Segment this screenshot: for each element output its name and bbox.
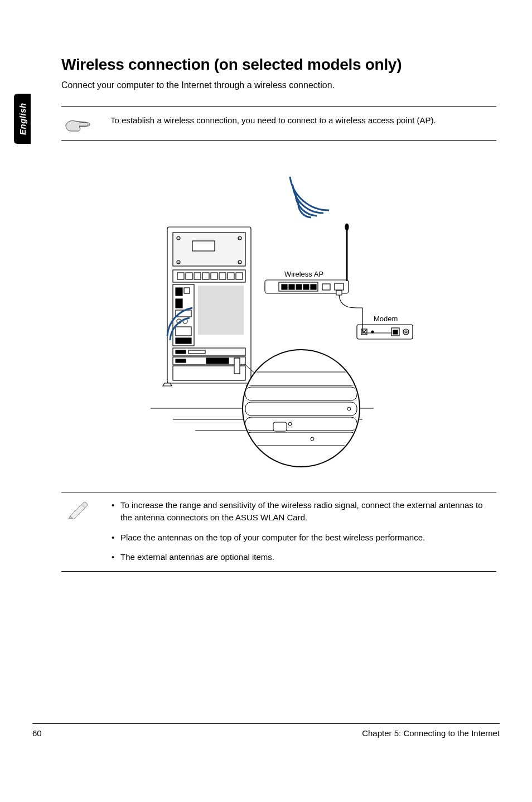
svg-point-45 (345, 224, 349, 230)
pointing-hand-icon (61, 113, 95, 132)
svg-rect-56 (245, 372, 357, 385)
magnifier-icon (243, 350, 360, 467)
svg-rect-39 (296, 284, 302, 289)
svg-rect-6 (192, 241, 215, 251)
svg-rect-64 (273, 422, 287, 431)
svg-rect-32 (206, 358, 229, 364)
svg-rect-26 (198, 286, 244, 335)
pencil-icon (61, 499, 95, 519)
svg-rect-43 (335, 283, 344, 290)
wireless-ap-icon (265, 224, 349, 293)
svg-rect-50 (393, 330, 398, 334)
svg-rect-34 (234, 358, 240, 374)
connection-diagram: Wireless AP Modem (61, 163, 496, 475)
svg-rect-53 (336, 291, 342, 295)
intro-text: Connect your computer to the Internet th… (61, 80, 496, 90)
svg-rect-9 (177, 273, 184, 279)
chapter-label: Chapter 5: Connecting to the Internet (362, 728, 500, 738)
svg-rect-28 (176, 350, 186, 354)
modem-label: Modem (374, 315, 398, 323)
svg-rect-40 (303, 284, 309, 289)
svg-rect-16 (236, 273, 243, 279)
svg-point-2 (177, 236, 180, 240)
svg-rect-62 (245, 432, 357, 446)
svg-rect-18 (176, 288, 182, 296)
page-title: Wireless connection (on selected models … (61, 56, 496, 74)
note-2-item: The external antennas are optional items… (110, 551, 496, 563)
svg-rect-20 (176, 299, 182, 308)
svg-rect-12 (202, 273, 209, 279)
svg-rect-58 (245, 402, 357, 416)
pc-tower-icon (163, 227, 255, 386)
svg-rect-10 (186, 273, 192, 279)
svg-rect-25 (176, 338, 191, 344)
language-tab: English (14, 94, 31, 144)
svg-rect-41 (311, 284, 316, 289)
page-number: 60 (32, 728, 42, 738)
page: English Wireless connection (on selected… (0, 0, 532, 802)
svg-rect-38 (289, 284, 294, 289)
note-2-item: Place the antennas on the top of your co… (110, 532, 496, 544)
svg-point-3 (238, 236, 241, 240)
note-1-text: To establish a wireless connection, you … (110, 113, 436, 127)
svg-rect-14 (219, 273, 226, 279)
svg-rect-31 (176, 359, 186, 363)
svg-rect-13 (211, 273, 217, 279)
note-block-1: To establish a wireless connection, you … (61, 106, 496, 141)
svg-point-5 (238, 260, 241, 264)
svg-rect-37 (282, 284, 287, 289)
modem-icon (357, 325, 413, 339)
svg-point-4 (177, 260, 180, 264)
svg-rect-29 (188, 350, 205, 354)
wireless-ap-label: Wireless AP (284, 270, 323, 278)
content-area: Wireless connection (on selected models … (61, 56, 496, 572)
note-block-2: To increase the range and sensitivity of… (61, 492, 496, 572)
svg-rect-11 (194, 273, 201, 279)
svg-rect-24 (176, 327, 191, 336)
page-footer: 60 Chapter 5: Connecting to the Internet (32, 723, 500, 738)
svg-rect-57 (245, 387, 357, 400)
note-2-item: To increase the range and sensitivity of… (110, 499, 496, 524)
svg-rect-42 (322, 284, 330, 290)
note-2-list: To increase the range and sensitivity of… (110, 499, 496, 563)
svg-rect-60 (245, 417, 357, 431)
svg-rect-15 (228, 273, 234, 279)
